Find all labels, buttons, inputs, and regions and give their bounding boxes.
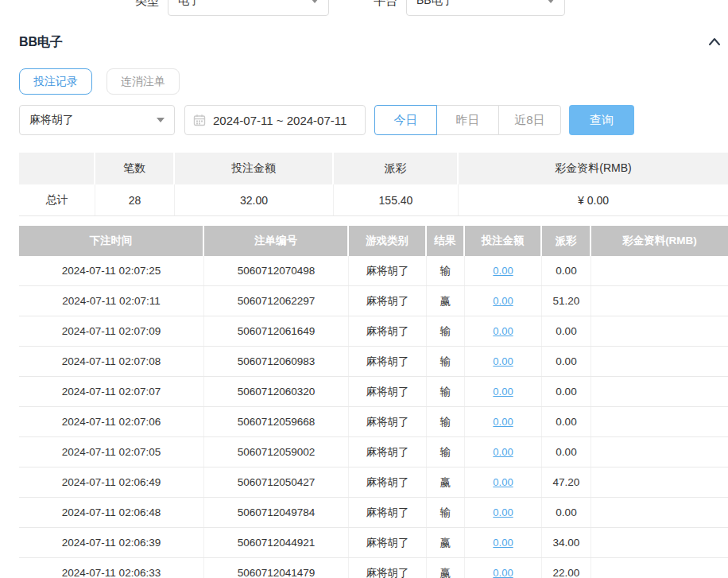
result-cell: 输 xyxy=(427,498,465,527)
header-jackpot: 彩金资料(RMB) xyxy=(591,226,728,256)
table-row: 2024-07-11 02:07:11 5060712062297 麻将胡了 赢… xyxy=(19,286,728,316)
header-result: 结果 xyxy=(427,226,465,256)
order-id-cell: 5060712061649 xyxy=(204,316,349,346)
tab-bet-records[interactable]: 投注记录 xyxy=(19,68,92,95)
summary-total-bet-amount: 32.00 xyxy=(175,184,334,215)
search-button[interactable]: 查询 xyxy=(569,105,634,135)
table-row: 2024-07-11 02:06:33 5060712041479 麻将胡了 赢… xyxy=(19,558,728,578)
bet-amount-cell: 0.00 xyxy=(465,437,542,467)
platform-select-value: BB电子 xyxy=(416,0,454,8)
order-id-cell: 5060712060320 xyxy=(204,377,349,406)
chevron-down-icon xyxy=(311,0,319,3)
bet-amount-link[interactable]: 0.00 xyxy=(493,506,513,518)
game-type-cell: 麻将胡了 xyxy=(349,558,427,578)
bet-amount-link[interactable]: 0.00 xyxy=(493,416,513,428)
type-label: 类型 xyxy=(135,0,159,9)
order-id-cell: 5060712060983 xyxy=(204,347,349,376)
filter-bar: 麻将胡了 2024-07-11 ~ 2024-07-11 今日 昨日 近8日 查… xyxy=(19,105,634,135)
game-select-value: 麻将胡了 xyxy=(29,113,74,127)
bet-time-cell: 2024-07-11 02:07:09 xyxy=(19,316,204,346)
bet-amount-cell: 0.00 xyxy=(465,347,542,376)
bet-amount-link[interactable]: 0.00 xyxy=(493,567,513,578)
bet-amount-link[interactable]: 0.00 xyxy=(493,355,513,367)
game-type-cell: 麻将胡了 xyxy=(349,316,427,346)
payout-cell: 0.00 xyxy=(542,316,591,346)
jackpot-cell xyxy=(591,316,728,346)
type-select[interactable]: 电子 xyxy=(168,0,329,16)
table-row: 2024-07-11 02:07:06 5060712059668 麻将胡了 输… xyxy=(19,407,728,437)
game-type-cell: 麻将胡了 xyxy=(349,437,427,467)
payout-cell: 0.00 xyxy=(542,407,591,436)
records-table: 下注时间 注单编号 游戏类别 结果 投注金额 派彩 彩金资料(RMB) 2024… xyxy=(19,226,728,578)
bet-amount-link[interactable]: 0.00 xyxy=(493,386,513,398)
jackpot-cell xyxy=(591,467,728,497)
jackpot-cell xyxy=(591,347,728,376)
quick-date-button-group: 今日 昨日 近8日 xyxy=(374,105,561,135)
chevron-down-icon xyxy=(157,118,165,122)
result-cell: 赢 xyxy=(427,528,465,557)
header-order-id: 注单编号 xyxy=(204,226,349,256)
collapse-chevron-up-icon[interactable] xyxy=(707,35,722,49)
bet-amount-cell: 0.00 xyxy=(465,286,542,316)
yesterday-button[interactable]: 昨日 xyxy=(436,105,499,135)
order-id-cell: 5060712059668 xyxy=(204,407,349,436)
bet-amount-link[interactable]: 0.00 xyxy=(493,537,513,549)
payout-cell: 0.00 xyxy=(542,256,591,285)
record-type-tabs: 投注记录 连消注单 xyxy=(19,68,180,95)
table-row: 2024-07-11 02:07:09 5060712061649 麻将胡了 输… xyxy=(19,316,728,347)
game-type-cell: 麻将胡了 xyxy=(349,286,427,316)
jackpot-cell xyxy=(591,558,728,578)
table-row: 2024-07-11 02:07:07 5060712060320 麻将胡了 输… xyxy=(19,377,728,407)
order-id-cell: 5060712049784 xyxy=(204,498,349,527)
game-type-cell: 麻将胡了 xyxy=(349,498,427,527)
bet-amount-link[interactable]: 0.00 xyxy=(493,265,513,277)
calendar-icon xyxy=(193,114,206,126)
game-type-cell: 麻将胡了 xyxy=(349,528,427,557)
bet-time-cell: 2024-07-11 02:07:11 xyxy=(19,286,204,316)
date-range-value: 2024-07-11 ~ 2024-07-11 xyxy=(213,114,347,127)
result-cell: 赢 xyxy=(427,467,465,497)
bet-amount-link[interactable]: 0.00 xyxy=(493,476,513,488)
platform-label: 平台 xyxy=(374,0,397,9)
bet-time-cell: 2024-07-11 02:07:25 xyxy=(19,256,204,285)
bet-amount-link[interactable]: 0.00 xyxy=(493,446,513,458)
bet-time-cell: 2024-07-11 02:07:06 xyxy=(19,407,204,436)
payout-cell: 22.00 xyxy=(542,558,591,578)
records-body: 2024-07-11 02:07:25 5060712070498 麻将胡了 输… xyxy=(19,256,728,578)
result-cell: 输 xyxy=(427,407,465,436)
game-type-cell: 麻将胡了 xyxy=(349,467,427,497)
order-id-cell: 5060712062297 xyxy=(204,286,349,316)
today-button[interactable]: 今日 xyxy=(374,105,437,135)
header-game-type: 游戏类别 xyxy=(349,226,427,256)
summary-header-count: 笔数 xyxy=(95,153,175,184)
result-cell: 输 xyxy=(427,256,465,285)
game-type-cell: 麻将胡了 xyxy=(349,256,427,285)
last-8-days-button[interactable]: 近8日 xyxy=(498,105,561,135)
result-cell: 赢 xyxy=(427,558,465,578)
table-row: 2024-07-11 02:06:48 5060712049784 麻将胡了 输… xyxy=(19,498,728,528)
payout-cell: 0.00 xyxy=(542,377,591,406)
bet-amount-cell: 0.00 xyxy=(465,498,542,527)
platform-select[interactable]: BB电子 xyxy=(406,0,565,16)
summary-header-row: 笔数 投注金额 派彩 彩金资料(RMB) xyxy=(19,153,728,184)
section-title: BB电子 xyxy=(19,34,63,51)
bet-amount-link[interactable]: 0.00 xyxy=(493,325,513,337)
tab-cancelled-orders[interactable]: 连消注单 xyxy=(106,68,180,95)
order-id-cell: 5060712050427 xyxy=(204,467,349,497)
date-range-picker[interactable]: 2024-07-11 ~ 2024-07-11 xyxy=(184,105,366,135)
game-type-cell: 麻将胡了 xyxy=(349,347,427,376)
header-bet-amount: 投注金额 xyxy=(465,226,542,256)
bet-amount-cell: 0.00 xyxy=(465,558,542,578)
summary-header-jackpot: 彩金资料(RMB) xyxy=(459,153,728,184)
game-select[interactable]: 麻将胡了 xyxy=(19,105,175,135)
summary-total-payout: 155.40 xyxy=(334,184,459,215)
payout-cell: 0.00 xyxy=(542,437,591,467)
bet-time-cell: 2024-07-11 02:07:07 xyxy=(19,377,204,406)
bet-amount-cell: 0.00 xyxy=(465,407,542,436)
jackpot-cell xyxy=(591,407,728,436)
payout-cell: 51.20 xyxy=(542,286,591,316)
summary-total-count: 28 xyxy=(95,184,175,215)
bet-amount-cell: 0.00 xyxy=(465,528,542,557)
result-cell: 输 xyxy=(427,347,465,376)
bet-amount-link[interactable]: 0.00 xyxy=(493,295,513,307)
